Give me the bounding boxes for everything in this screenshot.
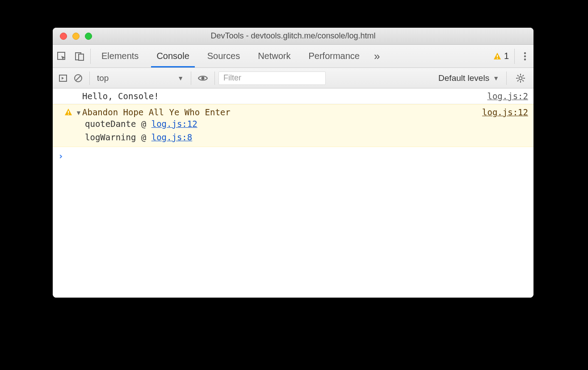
console-prompt[interactable]: › [53,147,533,165]
svg-point-12 [519,76,522,80]
tab-elements[interactable]: Elements [92,45,147,67]
svg-point-7 [524,58,526,60]
tab-network[interactable]: Network [249,45,299,67]
filter-input[interactable]: Filter [218,71,326,85]
svg-point-6 [524,55,526,57]
tabs-overflow-icon[interactable]: » [369,50,385,63]
warning-count-badge[interactable]: 1 [493,51,512,61]
tab-console[interactable]: Console [147,45,198,67]
console-settings-icon[interactable] [510,73,531,83]
traffic-lights [53,33,92,40]
prompt-caret-icon: › [58,151,68,161]
minimize-icon[interactable] [72,33,80,40]
stack-fn: quoteDante [85,119,136,129]
device-toolbar-icon[interactable] [71,45,88,68]
log-entry-warning[interactable]: ▼ Abandon Hope All Ye Who Enter quoteDan… [53,104,533,147]
chevron-down-icon: ▼ [493,75,499,82]
clear-console-icon[interactable] [71,67,86,90]
log-message: Abandon Hope All Ye Who Enter [82,107,231,117]
stack-frame: logWarning @ log.js:8 [85,130,477,144]
separator [89,71,90,85]
context-label: top [97,73,109,83]
console-output: Hello, Console! log.js:2 ▼ Abandon Hope … [53,88,533,298]
levels-label: Default levels [438,73,489,83]
log-source-link[interactable]: log.js:12 [477,107,528,117]
separator [214,71,215,85]
svg-rect-21 [68,111,69,113]
svg-line-18 [522,80,524,81]
stack-trace: quoteDante @ log.js:12 logWarning @ log.… [82,117,477,144]
separator [90,49,91,64]
more-options-icon[interactable] [517,51,533,61]
warning-icon [493,52,501,60]
tab-label: Sources [207,51,240,61]
svg-point-5 [524,52,526,54]
warning-icon [64,108,72,116]
window-title: DevTools - devtools.glitch.me/console/lo… [53,31,533,41]
tab-sources[interactable]: Sources [198,45,249,67]
svg-line-17 [517,75,519,76]
log-message: Hello, Console! [82,91,159,101]
log-body: Abandon Hope All Ye Who Enter quoteDante… [82,107,477,144]
devtools-window: DevTools - devtools.glitch.me/console/lo… [53,28,533,298]
tab-label: Performance [309,51,360,61]
close-icon[interactable] [60,33,67,40]
svg-point-11 [202,76,205,80]
console-toolbar: top ▼ Filter Default levels ▼ [53,68,533,88]
log-source-link[interactable]: log.js:2 [482,91,528,101]
inspect-element-icon[interactable] [53,45,71,68]
execution-context-selector[interactable]: top ▼ [93,72,187,84]
log-gutter [55,91,75,92]
tab-label: Network [258,51,290,61]
tab-list: Elements Console Sources Network Perform… [92,45,369,67]
chevron-down-icon: ▼ [177,75,184,82]
disclosure-triangle-icon[interactable]: ▼ [75,107,82,116]
toggle-sidebar-icon[interactable] [55,67,71,90]
filter-placeholder: Filter [223,73,241,83]
svg-line-10 [76,76,80,80]
tab-label: Console [156,51,189,61]
disclosure-spacer [75,91,82,93]
stack-fn: logWarning [85,132,136,142]
log-levels-selector[interactable]: Default levels ▼ [435,73,503,83]
svg-line-20 [522,75,524,76]
separator [514,49,515,64]
warning-count: 1 [504,51,509,61]
tab-label: Elements [101,51,139,61]
svg-rect-2 [79,54,84,60]
live-expression-icon[interactable] [195,73,211,84]
svg-rect-3 [497,55,498,57]
separator [506,71,507,85]
tab-performance[interactable]: Performance [300,45,369,67]
zoom-icon[interactable] [85,33,92,40]
log-entry[interactable]: Hello, Console! log.js:2 [53,88,533,104]
svg-rect-22 [68,114,69,115]
separator [191,71,191,85]
devtools-tabs: Elements Console Sources Network Perform… [53,45,533,68]
svg-line-19 [517,80,519,81]
svg-rect-4 [497,58,498,59]
stack-frame: quoteDante @ log.js:12 [85,117,477,130]
stack-source-link[interactable]: log.js:12 [151,119,197,129]
titlebar: DevTools - devtools.glitch.me/console/lo… [53,28,533,45]
log-gutter [55,107,75,116]
stack-source-link[interactable]: log.js:8 [151,132,193,142]
log-body: Hello, Console! [82,91,482,101]
